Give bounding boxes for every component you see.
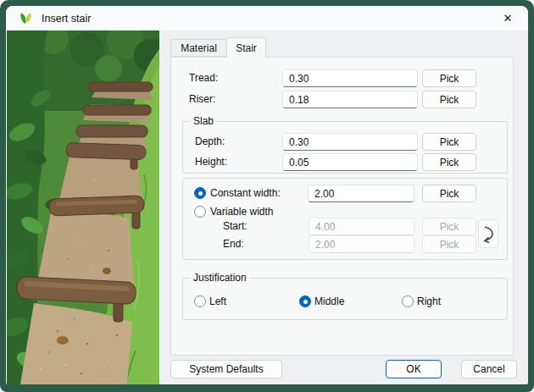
tread-label: Tread:	[189, 69, 218, 87]
tab-stair[interactable]: Stair	[226, 37, 266, 58]
ok-button[interactable]: OK	[386, 360, 442, 378]
stair-preview-photo	[7, 30, 159, 384]
window-title: Insert stair	[42, 13, 91, 25]
end-input	[309, 235, 414, 253]
tab-stair-label: Stair	[236, 42, 257, 54]
leaf-app-icon	[19, 11, 33, 25]
height-row: Height: Pick	[171, 153, 513, 171]
justification-left-radio[interactable]	[194, 295, 206, 307]
end-label: End:	[223, 235, 244, 253]
stair-tab-panel: Tread: Pick Riser: Pick Slab Depth: Pick…	[170, 57, 514, 356]
tab-material-label: Material	[181, 42, 217, 54]
depth-pick-button[interactable]: Pick	[422, 133, 476, 151]
end-row: End: Pick	[171, 235, 513, 253]
start-pick-button: Pick	[422, 218, 476, 235]
depth-row: Depth: Pick	[171, 133, 513, 151]
justification-middle-radio[interactable]	[299, 295, 311, 307]
depth-label: Depth:	[195, 133, 225, 151]
constant-width-label[interactable]: Constant width:	[210, 185, 281, 202]
insert-stair-window: Insert stair ✕	[0, 0, 534, 392]
close-button[interactable]: ✕	[494, 8, 521, 28]
riser-pick-button[interactable]: Pick	[422, 91, 476, 108]
height-label: Height:	[195, 153, 227, 171]
height-pick-button[interactable]: Pick	[422, 153, 476, 171]
height-input[interactable]	[282, 153, 418, 171]
tread-input[interactable]	[282, 69, 418, 87]
depth-input[interactable]	[282, 133, 418, 151]
system-defaults-button[interactable]: System Defaults	[170, 360, 282, 378]
riser-input[interactable]	[282, 91, 418, 108]
justification-left-label[interactable]: Left	[209, 293, 226, 311]
swap-start-end-button[interactable]	[478, 219, 498, 248]
end-pick-button: Pick	[422, 235, 476, 253]
variable-width-radio[interactable]	[194, 206, 206, 218]
tread-row: Tread: Pick	[171, 69, 513, 87]
start-row: Start: Pick	[171, 218, 513, 235]
riser-label: Riser:	[189, 91, 215, 108]
justification-right-radio[interactable]	[402, 295, 414, 307]
constant-width-pick-button[interactable]: Pick	[422, 185, 476, 202]
riser-row: Riser: Pick	[171, 91, 513, 108]
cancel-button[interactable]: Cancel	[461, 360, 517, 378]
justification-row: Left Middle Right	[171, 293, 513, 311]
title-bar: Insert stair ✕	[6, 6, 528, 30]
constant-width-row: Constant width: Pick	[171, 185, 513, 202]
start-input	[309, 218, 414, 235]
start-label: Start:	[223, 218, 248, 235]
tab-material[interactable]: Material	[170, 39, 226, 57]
constant-width-radio[interactable]	[194, 187, 206, 199]
justification-middle-label[interactable]: Middle	[314, 293, 344, 311]
constant-width-input[interactable]	[308, 185, 414, 202]
slab-group-title: Slab	[190, 115, 217, 127]
justification-right-label[interactable]: Right	[417, 293, 441, 311]
swap-arrow-icon	[481, 224, 495, 244]
tread-pick-button[interactable]: Pick	[422, 69, 476, 87]
dialog: Insert stair ✕	[6, 6, 528, 384]
justification-group-title: Justification	[190, 272, 250, 284]
